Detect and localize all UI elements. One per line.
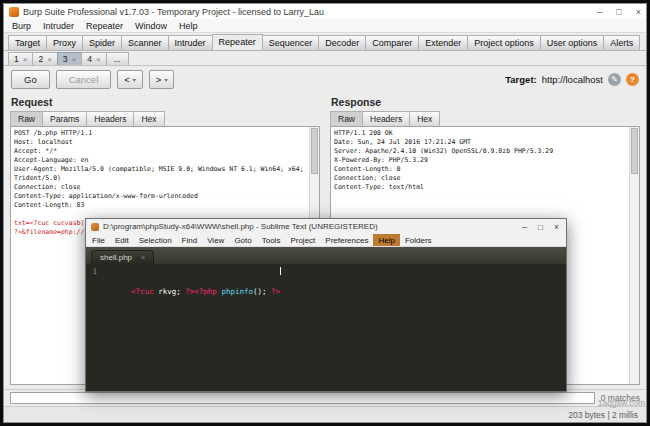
burp-main-tab[interactable]: Sequencer (262, 35, 320, 50)
edit-target-icon[interactable]: ✎ (608, 73, 621, 86)
response-subtabs: RawHeadersHex (330, 111, 640, 126)
code-token: ?> (185, 287, 194, 296)
sublime-menu-item[interactable]: Preferences (320, 234, 373, 246)
burp-menu-item[interactable]: Window (129, 21, 173, 31)
request-line: Host: localhost (14, 138, 307, 147)
sublime-editor[interactable]: 1 <?cuc rkvg; ?><?php phpinfo(); ?> (86, 264, 566, 391)
status-bar: 203 bytes | 2 millis (4, 406, 646, 422)
burp-main-tab[interactable]: Scanner (121, 35, 169, 50)
close-tab-icon[interactable]: × (96, 55, 101, 64)
response-subtab[interactable]: Hex (409, 111, 440, 126)
sublime-menu-item[interactable]: Edit (110, 234, 134, 246)
close-icon[interactable]: × (554, 222, 559, 232)
sublime-menu-item[interactable]: File (87, 234, 110, 246)
code-token: phpinfo (221, 287, 253, 296)
target-url: http://localhost (542, 74, 603, 85)
response-line: Date: Sun, 24 Jul 2016 17:21:24 GMT (334, 138, 627, 147)
request-subtab[interactable]: Params (42, 111, 87, 126)
burp-menu-item[interactable]: Burp (6, 21, 37, 31)
search-input[interactable] (10, 392, 595, 404)
request-panel-title: Request (10, 94, 320, 111)
repeater-tab[interactable]: 3 × (57, 52, 82, 65)
maximize-icon[interactable]: □ (538, 222, 543, 232)
burp-main-tab[interactable]: Alerts (603, 35, 640, 50)
request-subtab[interactable]: Hex (133, 111, 164, 126)
burp-menu-item[interactable]: Repeater (80, 21, 129, 31)
sublime-menu-item[interactable]: View (202, 234, 229, 246)
burp-menu-item[interactable]: Help (173, 21, 204, 31)
new-repeater-tab[interactable]: ... (106, 52, 129, 65)
status-text: 203 bytes | 2 millis (568, 410, 638, 420)
burp-main-tab[interactable]: Repeater (212, 34, 263, 50)
request-subtab[interactable]: Raw (10, 111, 43, 126)
close-icon[interactable]: × (636, 7, 641, 17)
chevron-down-icon: ▾ (133, 76, 136, 83)
target-group: Target: http://localhost ✎ ? (505, 73, 639, 86)
response-line: HTTP/1.1 200 OK (334, 129, 627, 138)
repeater-tab[interactable]: 1 × (8, 52, 33, 65)
sublime-menu-item[interactable]: Selection (134, 234, 177, 246)
burp-main-tab[interactable]: Spider (82, 35, 122, 50)
response-subtab[interactable]: Raw (330, 111, 363, 126)
forward-arrow-label: > (156, 74, 162, 85)
request-line: Connection: close (14, 183, 307, 192)
minimize-icon[interactable]: – (597, 7, 602, 17)
text-cursor (280, 267, 281, 275)
request-scrollbar-thumb[interactable] (311, 128, 318, 174)
close-tab-icon[interactable]: × (141, 253, 145, 262)
maximize-icon[interactable]: □ (616, 7, 621, 17)
burp-main-tab[interactable]: User options (540, 35, 605, 50)
request-line: Trident/5.0) (14, 174, 307, 183)
close-tab-icon[interactable]: × (23, 55, 28, 64)
request-line: Accept: */* (14, 147, 307, 156)
request-subtabs: RawParamsHeadersHex (10, 111, 320, 126)
code-token: ?> (267, 287, 281, 296)
burp-main-tab[interactable]: Extender (418, 35, 468, 50)
burp-menu-item[interactable]: Intruder (37, 21, 80, 31)
close-tab-icon[interactable]: × (72, 55, 77, 64)
response-scrollbar-thumb[interactable] (631, 128, 638, 174)
request-line: Content-Type: application/x-www-form-url… (14, 192, 307, 201)
sublime-menu-item[interactable]: Project (285, 234, 320, 246)
sublime-window-controls: – □ × (522, 222, 561, 232)
burp-main-tab[interactable]: Target (8, 35, 47, 50)
code-token: (); (253, 287, 267, 296)
sublime-menu-item[interactable]: Goto (229, 234, 256, 246)
burp-logo-icon (9, 7, 19, 17)
desktop-background: Burp Suite Professional v1.7.03 - Tempor… (0, 0, 650, 426)
sublime-menu-item[interactable]: Help (373, 234, 399, 246)
sublime-window: D:\program\phpStudy-x64\WWW\shell.php - … (85, 218, 567, 392)
response-scrollbar[interactable] (629, 127, 639, 384)
help-icon[interactable]: ? (626, 73, 639, 86)
sublime-menu-item[interactable]: Folders (400, 234, 437, 246)
sublime-menu-item[interactable]: Find (177, 234, 203, 246)
burp-main-tab[interactable]: Project options (467, 35, 541, 50)
repeater-tab-label: 4 (87, 54, 92, 64)
burp-main-tab[interactable]: Proxy (46, 35, 83, 50)
file-tab[interactable]: shell.php × (91, 250, 154, 264)
file-tab-label: shell.php (100, 253, 132, 262)
close-tab-icon[interactable]: × (47, 55, 52, 64)
code-token: <?cuc (131, 287, 158, 296)
minimize-icon[interactable]: – (522, 222, 527, 232)
history-forward-button[interactable]: > ▾ (149, 70, 175, 89)
burp-main-tab[interactable]: Decoder (318, 35, 366, 50)
response-line: Connection: close (334, 174, 627, 183)
cancel-button[interactable]: Cancel (56, 70, 112, 89)
sublime-menubar: FileEditSelectionFindViewGotoToolsProjec… (86, 234, 566, 247)
target-label: Target: (505, 74, 537, 85)
code-token: rkvg (158, 287, 176, 296)
burp-window-controls: – □ × (597, 7, 641, 17)
repeater-tab[interactable]: 4 × (81, 52, 106, 65)
line-number: 1 (86, 267, 104, 391)
repeater-tab[interactable]: 2 × (32, 52, 57, 65)
repeater-tab-label: 3 (63, 54, 68, 64)
sublime-menu-item[interactable]: Tools (257, 234, 286, 246)
go-button[interactable]: Go (11, 70, 50, 89)
history-back-button[interactable]: < ▾ (117, 70, 143, 89)
burp-main-tab[interactable]: Comparer (365, 35, 419, 50)
request-subtab[interactable]: Headers (86, 111, 134, 126)
burp-main-tab[interactable]: Intruder (168, 35, 213, 50)
sublime-titlebar: D:\program\phpStudy-x64\WWW\shell.php - … (86, 219, 566, 234)
response-subtab[interactable]: Headers (362, 111, 410, 126)
